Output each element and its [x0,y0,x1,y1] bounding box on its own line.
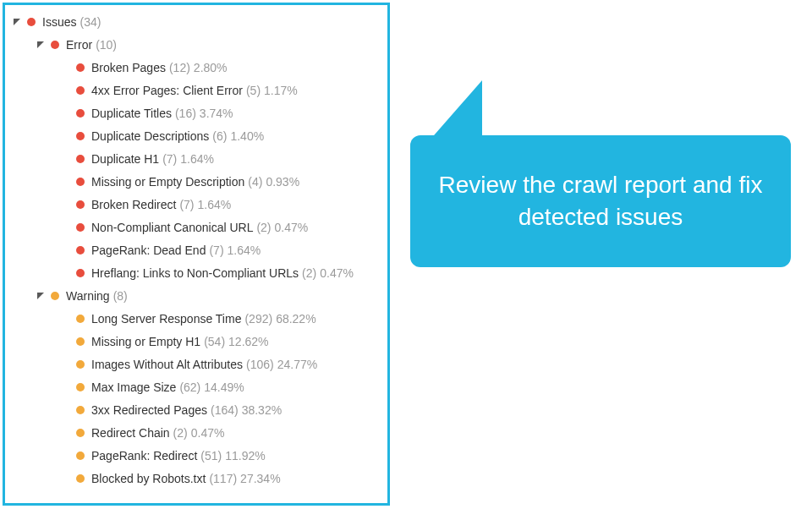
tree-leaf-pct: 27.34% [240,472,280,485]
tree-leaf-pct: 1.17% [264,84,298,97]
tree-leaf-pct: 3.74% [200,107,233,120]
tree-node-label: Warning [66,289,110,303]
tree-leaf[interactable]: Blocked by Robots.txt(117)27.34% [5,467,387,490]
tree-leaf-pct: 1.64% [198,198,232,211]
tree-leaf-pct: 68.22% [276,312,315,326]
tree-leaf-count: (6) [212,129,227,143]
tree-leaf-label: Long Server Response Time [91,312,241,326]
tree-leaf[interactable]: Broken Redirect(7)1.64% [5,193,387,216]
tree-leaf-count: (7) [162,152,177,166]
tree-leaf-pct: 38.32% [242,403,282,417]
tree-leaf-label: Images Without Alt Attributes [91,358,243,371]
severity-dot-icon [76,269,85,277]
severity-dot-icon [76,155,85,163]
tree-leaf[interactable]: 3xx Redirected Pages(164)38.32% [5,398,387,421]
tree-leaf-count: (2) [302,266,316,280]
severity-dot-icon [76,246,85,254]
tree-leaf-label: 4xx Error Pages: Client Error [91,84,243,97]
tree-leaf[interactable]: PageRank: Dead End(7)1.64% [5,238,387,261]
tree-leaf[interactable]: 4xx Error Pages: Client Error(5)1.17% [5,79,387,101]
tree-leaf-label: Duplicate H1 [91,152,159,166]
tree-leaf-pct: 1.40% [230,129,264,143]
severity-dot-icon [76,200,85,209]
tree-leaf-label: PageRank: Dead End [91,244,206,257]
tree-leaf[interactable]: Long Server Response Time(292)68.22% [5,307,387,330]
tree-leaf-pct: 11.92% [225,449,265,462]
tree-node-count: (10) [96,38,117,52]
tree-leaf-count: (7) [179,198,194,211]
tree-node-label: Error [66,38,92,52]
tree-leaf-label: Blocked by Robots.txt [91,472,206,485]
tree-leaf-label: Duplicate Titles [91,107,172,120]
severity-dot-icon [76,337,85,346]
tree-leaf-label: Broken Pages [91,61,166,74]
tree-leaf[interactable]: Broken Pages(12)2.80% [5,56,387,79]
severity-dot-icon [51,41,59,49]
tree-leaf[interactable]: Redirect Chain(2)0.47% [5,421,387,444]
tree-leaf-count: (62) [179,380,200,394]
tree-leaf-count: (5) [246,84,261,97]
callout-text: Review the crawl report and fix detected… [427,169,774,233]
tree-leaf-count: (2) [256,221,271,234]
tree-leaf-label: PageRank: Redirect [91,449,197,462]
tree-leaf-pct: 14.49% [204,380,244,394]
tree-node-error[interactable]: Error(10) [5,33,387,56]
tree-leaf-pct: 0.47% [191,426,225,440]
severity-dot-icon [76,63,85,72]
tree-leaf-label: Missing or Empty Description [91,175,244,189]
expand-arrow-icon[interactable] [12,17,22,27]
tree-leaf-pct: 2.80% [194,61,228,74]
tree-leaf-label: Missing or Empty H1 [91,335,200,348]
tree-leaf-count: (54) [204,335,225,348]
severity-dot-icon [76,178,85,186]
tree-leaf[interactable]: Missing or Empty Description(4)0.93% [5,170,387,193]
tree-node-warning[interactable]: Warning(8) [5,284,387,307]
tree-node-count: (34) [80,15,101,29]
expand-arrow-icon[interactable] [36,291,46,301]
expand-arrow-icon[interactable] [36,40,46,50]
tree-leaf-count: (12) [169,61,190,74]
tree-leaf[interactable]: Duplicate Titles(16)3.74% [5,101,387,124]
tree-leaf[interactable]: Duplicate Descriptions(6)1.40% [5,124,387,147]
severity-dot-icon [27,18,36,26]
tree-leaf-label: Redirect Chain [91,426,170,440]
issues-panel: Issues (34) Error(10)Broken Pages(12)2.8… [3,3,390,506]
tree-leaf[interactable]: Images Without Alt Attributes(106)24.77% [5,353,387,375]
severity-dot-icon [76,223,85,232]
tree-leaf-count: (117) [209,472,237,485]
severity-dot-icon [76,109,85,118]
tree-leaf[interactable]: Missing or Empty H1(54)12.62% [5,330,387,353]
tree-leaf-pct: 0.93% [266,175,299,189]
severity-dot-icon [76,383,85,391]
tree-leaf-label: 3xx Redirected Pages [91,403,207,417]
tree-leaf[interactable]: Max Image Size(62)14.49% [5,375,387,398]
tree-leaf-count: (51) [200,449,222,462]
severity-dot-icon [76,360,85,369]
severity-dot-icon [76,474,85,483]
tree-node-count: (8) [113,289,128,303]
tree-leaf-count: (106) [246,358,274,371]
tree-leaf-count: (2) [173,426,188,440]
tree-leaf[interactable]: Hreflang: Links to Non-Compliant URLs(2)… [5,261,387,284]
tree-leaf[interactable]: Duplicate H1(7)1.64% [5,147,387,170]
tree-leaf-count: (4) [248,175,262,189]
severity-dot-icon [76,429,85,437]
severity-dot-icon [76,452,85,460]
tree-leaf[interactable]: PageRank: Redirect(51)11.92% [5,444,387,467]
tree-leaf-count: (164) [211,403,239,417]
tree-leaf[interactable]: Non-Compliant Canonical URL(2)0.47% [5,216,387,238]
severity-dot-icon [51,292,59,300]
tree-leaf-label: Duplicate Descriptions [91,129,209,143]
severity-dot-icon [76,86,85,95]
tree-node-issues[interactable]: Issues (34) [5,10,387,33]
severity-dot-icon [76,406,85,414]
tree-leaf-count: (292) [244,312,272,326]
tree-leaf-label: Non-Compliant Canonical URL [91,221,253,234]
severity-dot-icon [76,132,85,140]
tree-leaf-pct: 1.64% [180,152,214,166]
callout-bubble: Review the crawl report and fix detected… [410,135,791,267]
tree-leaf-pct: 12.62% [228,335,268,348]
tree-node-label: Issues [42,15,76,29]
tree-leaf-label: Broken Redirect [91,198,176,211]
severity-dot-icon [76,315,85,323]
